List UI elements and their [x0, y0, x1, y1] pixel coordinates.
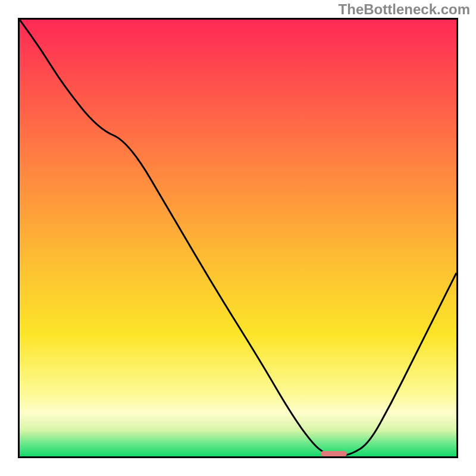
chart-container: TheBottleneck.com [0, 0, 476, 476]
plot-area [18, 18, 458, 458]
optimal-point-marker [321, 451, 347, 456]
bottleneck-curve-path [20, 20, 456, 456]
curve-svg [20, 20, 456, 456]
watermark-text: TheBottleneck.com [339, 1, 470, 18]
